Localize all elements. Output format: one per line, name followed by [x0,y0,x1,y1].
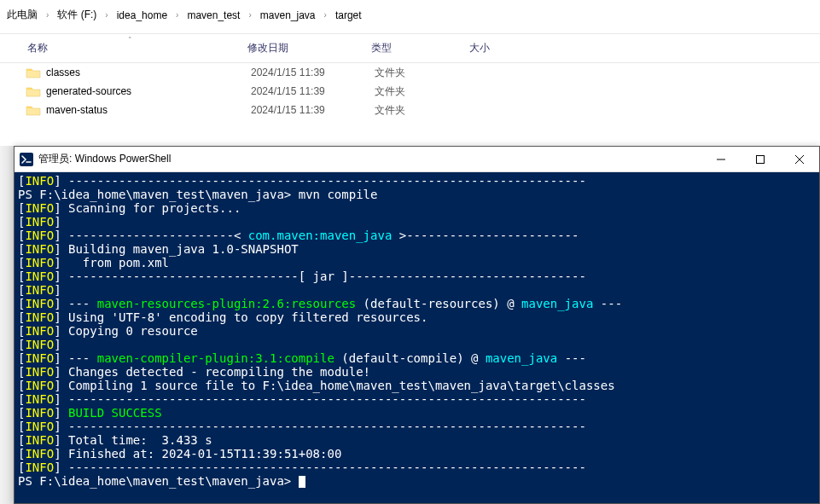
file-type: 文件夹 [375,103,473,118]
chevron-right-icon[interactable]: › [323,10,329,20]
titlebar[interactable]: 管理员: Windows PowerShell [15,147,819,172]
chevron-right-icon[interactable]: › [174,10,180,20]
terminal-body[interactable]: [INFO] ---------------------------------… [15,172,819,503]
powershell-icon [20,153,33,166]
column-date[interactable]: 修改日期 [247,41,371,55]
folder-icon [26,67,41,78]
svg-rect-2 [757,155,765,163]
file-row[interactable]: generated-sources 2024/1/15 11:39 文件夹 [0,82,820,101]
file-name: generated-sources [46,85,251,97]
column-name-label: 名称 [27,42,48,54]
sort-asc-icon: ˄ [128,36,132,44]
cursor [299,476,305,488]
file-explorer: 名称 ˄ 修改日期 类型 大小 classes 2024/1/15 11:39 … [0,33,820,119]
folder-icon [26,104,41,116]
file-name: classes [46,67,251,78]
breadcrumb-item-thispc[interactable]: 此电脑 [2,5,43,25]
powershell-window: 管理员: Windows PowerShell [INFO] ---------… [14,146,820,504]
window-title: 管理员: Windows PowerShell [38,152,701,166]
chevron-right-icon[interactable]: › [103,10,109,20]
file-date: 2024/1/15 11:39 [251,67,375,78]
column-type[interactable]: 类型 [371,41,469,55]
chevron-right-icon[interactable]: › [44,10,50,20]
breadcrumb: 此电脑 › 软件 (F:) › idea_home › maven_test ›… [0,0,820,30]
explorer-header: 名称 ˄ 修改日期 类型 大小 [0,33,820,63]
minimize-button[interactable] [701,147,741,172]
file-date: 2024/1/15 11:39 [251,85,375,97]
maximize-button[interactable] [741,147,780,172]
breadcrumb-item-mavenjava[interactable]: maven_java [255,7,321,24]
column-name[interactable]: 名称 ˄ [26,41,247,55]
file-row[interactable]: classes 2024/1/15 11:39 文件夹 [0,63,820,82]
close-button[interactable] [780,147,819,172]
breadcrumb-item-ideahome[interactable]: idea_home [112,7,172,24]
column-size[interactable]: 大小 [469,41,563,55]
breadcrumb-item-drive[interactable]: 软件 (F:) [52,5,102,25]
folder-icon [26,85,41,97]
file-row[interactable]: maven-status 2024/1/15 11:39 文件夹 [0,101,820,119]
window-shadow [0,146,14,504]
breadcrumb-item-target[interactable]: target [330,7,367,24]
file-type: 文件夹 [375,84,473,99]
file-date: 2024/1/15 11:39 [251,104,375,116]
file-type: 文件夹 [375,66,473,80]
chevron-right-icon[interactable]: › [247,10,253,20]
breadcrumb-item-maventest[interactable]: maven_test [182,7,245,24]
window-controls [701,147,819,172]
file-name: maven-status [46,104,251,116]
